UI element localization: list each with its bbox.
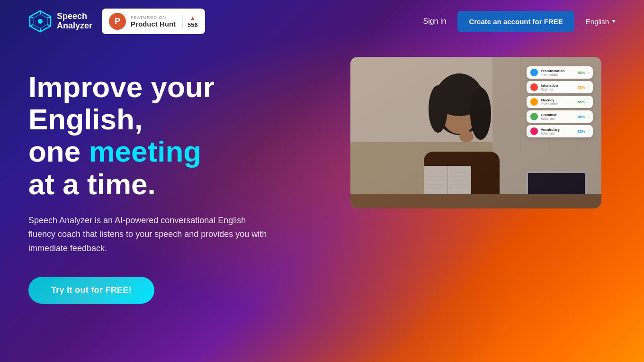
vocabulary-arrow-icon: › (588, 129, 589, 134)
score-card-grammar: Grammar Advanced 85% › (527, 110, 593, 123)
grammar-title: Grammar (541, 113, 575, 117)
hero-image-area: Pronunciation Intermediate 65% › Intonat… (350, 57, 606, 208)
hero-content: Improve your English, one meeting at a t… (28, 62, 331, 304)
hero-title-line1: Improve your English, (28, 71, 215, 136)
intonation-arrow-icon: › (588, 85, 589, 90)
hero-title: Improve your English, one meeting at a t… (28, 71, 331, 200)
pronunciation-icon (530, 69, 538, 76)
score-cards-overlay: Pronunciation Intermediate 65% › Intonat… (527, 66, 593, 137)
sign-in-button[interactable]: Sign in (423, 17, 446, 26)
logo-speech: Speech (57, 12, 92, 21)
ph-vote-count: 556 (188, 21, 198, 28)
logo-link[interactable]: Speech Analyzer (28, 9, 92, 33)
chevron-down-icon (612, 20, 616, 23)
ph-name: Product Hunt (131, 20, 176, 28)
hero-photo-container: Pronunciation Intermediate 65% › Intonat… (350, 57, 601, 208)
score-card-vocabulary: Vocabulary Advanced 85% › (527, 125, 593, 137)
hero-title-highlight: meeting (89, 135, 201, 168)
hero-title-line3: at a time. (28, 168, 156, 200)
cta-button[interactable]: Try it out for FREE! (28, 277, 154, 304)
hero-section: Improve your English, one meeting at a t… (0, 43, 644, 304)
vocabulary-content: Vocabulary Advanced (541, 127, 575, 135)
fluency-icon (530, 98, 538, 106)
fluency-title: Fluency (541, 98, 575, 102)
pronunciation-title: Pronunciation (541, 69, 575, 73)
navbar: Speech Analyzer P FEATURED ON Product Hu… (0, 0, 644, 43)
score-card-intonation: Intonation Beginner 35% › (527, 81, 593, 93)
vocabulary-subtitle: Advanced (541, 132, 575, 135)
ph-text: FEATURED ON Product Hunt (131, 15, 176, 28)
intonation-subtitle: Beginner (541, 88, 575, 91)
nav-left: Speech Analyzer P FEATURED ON Product Hu… (28, 9, 205, 34)
language-selector-button[interactable]: English (586, 18, 616, 26)
score-card-fluency: Fluency Intermediate 65% › (527, 96, 593, 108)
intonation-title: Intonation (541, 83, 575, 88)
hero-title-line2-plain: one (28, 135, 89, 168)
grammar-content: Grammar Advanced (541, 113, 575, 120)
logo-icon (28, 9, 52, 33)
product-hunt-badge[interactable]: P FEATURED ON Product Hunt ▲ 556 (102, 9, 205, 34)
intonation-score: 35% (578, 85, 585, 90)
vocabulary-icon (530, 127, 538, 135)
fluency-arrow-icon: › (588, 100, 589, 104)
language-label: English (586, 18, 609, 26)
fluency-content: Fluency Intermediate (541, 98, 575, 106)
score-card-pronunciation: Pronunciation Intermediate 65% › (527, 66, 593, 79)
grammar-subtitle: Advanced (541, 117, 575, 120)
svg-point-2 (38, 19, 43, 24)
vocabulary-title: Vocabulary (541, 127, 575, 132)
ph-logo-icon: P (109, 13, 126, 30)
grammar-arrow-icon: › (588, 115, 589, 119)
fluency-subtitle: Intermediate (541, 102, 575, 106)
intonation-content: Intonation Beginner (541, 83, 575, 91)
create-account-button[interactable]: Create an account for FREE (457, 11, 574, 32)
pronunciation-arrow-icon: › (588, 71, 589, 75)
logo-analyzer: Analyzer (57, 21, 92, 31)
hero-description: Speech Analyzer is an AI-powered convers… (28, 214, 275, 256)
fluency-score: 65% (578, 100, 585, 104)
pronunciation-subtitle: Intermediate (541, 73, 575, 76)
grammar-icon (530, 113, 538, 120)
pronunciation-content: Pronunciation Intermediate (541, 69, 575, 76)
intonation-icon (530, 83, 538, 91)
vocabulary-score: 85% (578, 129, 585, 134)
nav-right: Sign in Create an account for FREE Engli… (423, 11, 616, 32)
grammar-score: 85% (578, 115, 585, 119)
ph-votes: ▲ 556 (182, 15, 198, 28)
pronunciation-score: 65% (578, 71, 585, 75)
ph-upvote-arrow: ▲ (190, 15, 196, 21)
logo-text: Speech Analyzer (57, 12, 92, 31)
ph-featured-label: FEATURED ON (131, 15, 176, 20)
